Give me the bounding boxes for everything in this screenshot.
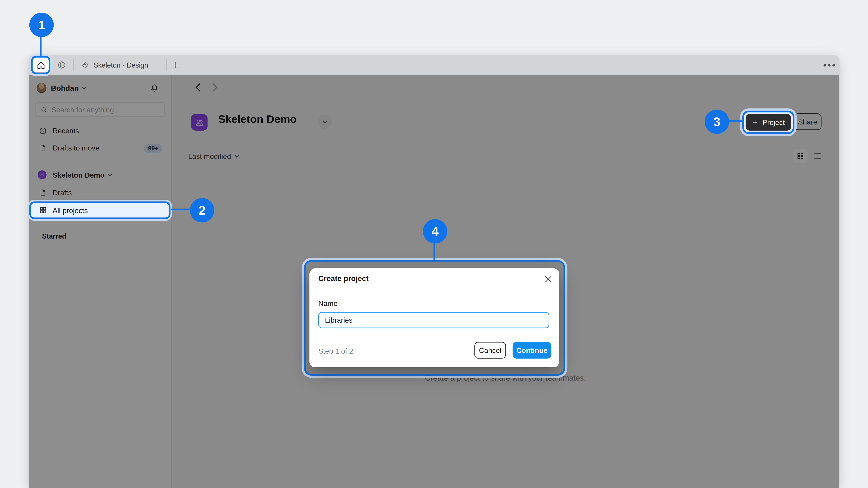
tab-skeleton-design[interactable]: Skeleton - Design xyxy=(73,55,166,75)
sidebar-item-all-projects[interactable]: All projects xyxy=(28,200,172,221)
cancel-button[interactable]: Cancel xyxy=(474,342,506,358)
new-project-button[interactable]: Project xyxy=(746,114,791,130)
new-project-button-label: Project xyxy=(763,118,785,127)
globe-tab-button[interactable] xyxy=(53,55,70,75)
callout-badge-4: 4 xyxy=(423,219,447,243)
callout-line-2 xyxy=(171,208,191,210)
sidebar-item-label: All projects xyxy=(53,206,88,215)
screen: Skeleton - Design xyxy=(0,0,868,488)
cancel-button-label: Cancel xyxy=(479,346,501,355)
home-tab-button[interactable] xyxy=(31,56,51,74)
step-indicator: Step 1 of 2 xyxy=(318,346,353,356)
pen-nib-icon xyxy=(81,61,89,69)
create-project-dialog: Create project Name Step 1 of 2 Cancel C… xyxy=(309,268,559,367)
more-dots-icon xyxy=(823,63,836,67)
new-project-button-highlight: Project xyxy=(742,111,794,134)
project-name-input[interactable] xyxy=(318,312,549,328)
globe-icon xyxy=(57,60,66,70)
continue-button[interactable]: Continue xyxy=(513,342,551,358)
close-icon xyxy=(545,275,552,283)
stage: Skeleton - Design xyxy=(0,0,868,488)
callout-badge-2: 2 xyxy=(190,198,214,223)
new-tab-button[interactable] xyxy=(167,55,184,75)
callout-badge-3: 3 xyxy=(705,109,729,134)
plus-icon xyxy=(752,119,758,126)
callout-line-1 xyxy=(40,37,41,57)
window-menu-button[interactable] xyxy=(819,55,839,75)
dialog-header: Create project xyxy=(309,268,559,289)
tab-bar: Skeleton - Design xyxy=(29,55,839,75)
tab-divider xyxy=(814,59,814,71)
tab-divider xyxy=(166,59,166,71)
callout-line-4 xyxy=(434,242,435,261)
home-icon xyxy=(36,60,46,70)
callout-badge-1: 1 xyxy=(29,13,54,37)
close-button[interactable] xyxy=(544,274,553,283)
grid-icon xyxy=(39,206,47,214)
plus-icon xyxy=(171,61,180,69)
dialog-title: Create project xyxy=(318,268,368,289)
tab-label: Skeleton - Design xyxy=(94,61,148,69)
name-field-label: Name xyxy=(318,299,338,308)
continue-button-label: Continue xyxy=(516,346,548,355)
callout-line-3 xyxy=(728,120,743,122)
